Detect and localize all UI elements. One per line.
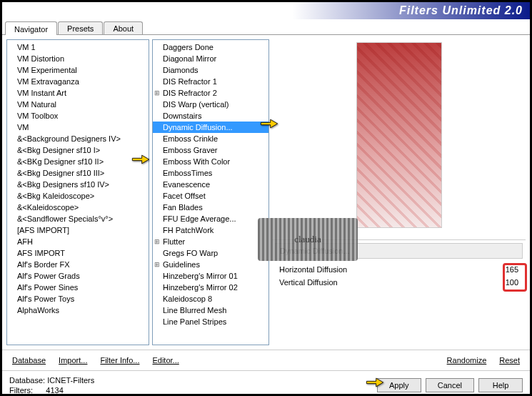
tab-navigator[interactable]: Navigator — [5, 21, 57, 35]
list-item[interactable]: Hinzeberg's Mirror 02 — [153, 282, 268, 293]
list-item[interactable]: &<Bkg Kaleidoscope> — [7, 190, 149, 202]
list-item[interactable]: AFS IMPORT — [7, 247, 149, 259]
list-item[interactable]: Line Blurred Mesh — [153, 305, 268, 316]
list-item[interactable]: &<Kaleidoscope> — [7, 202, 149, 213]
list-item[interactable]: Alf's Power Sines — [7, 282, 149, 293]
footer-info: Database: ICNET-Filters Filters: 4134 — [9, 375, 94, 395]
import-link[interactable]: Import... — [56, 355, 90, 366]
editor-link[interactable]: Editor... — [149, 355, 181, 366]
list-item[interactable]: Alf's Border FX — [7, 259, 149, 270]
list-item[interactable]: DIS Refractor 2 — [153, 87, 268, 99]
randomize-link[interactable]: Randomize — [444, 355, 490, 366]
app-title: Filters Unlimited 2.0 — [399, 4, 523, 17]
preview-column: claudia Dynamic Diffusion... Horizontal … — [272, 39, 526, 345]
list-item[interactable]: AlphaWorks — [7, 305, 149, 316]
list-item[interactable]: VM Toolbox — [7, 110, 149, 122]
footer: Database: ICNET-Filters Filters: 4134 Ap… — [2, 370, 530, 396]
list-item[interactable]: &<Background Designers IV> — [7, 133, 149, 144]
list-item[interactable]: Flutter — [153, 236, 268, 247]
list-item[interactable]: Gregs FO Warp — [153, 247, 268, 259]
list-item[interactable]: VM Experimental — [7, 64, 149, 76]
list-item[interactable]: [AFS IMPORT] — [7, 224, 149, 236]
param-label: Vertical Diffusion — [279, 278, 497, 287]
list-item[interactable]: AFH — [7, 236, 149, 247]
link-button-row: Database Import... Filter Info... Editor… — [2, 350, 530, 370]
watermark: claudia — [258, 218, 358, 261]
list-item[interactable]: Diamonds — [153, 64, 268, 76]
list-item[interactable]: Daggers Done — [153, 41, 268, 53]
list-item[interactable]: Kaleidoscop 8 — [153, 293, 268, 305]
preview-area: claudia — [272, 39, 526, 239]
list-item[interactable]: Emboss Crinkle — [153, 133, 268, 144]
filter-list[interactable]: Daggers DoneDiagonal MirrorDiamondsDIS R… — [152, 39, 269, 345]
db-label: Database: — [9, 376, 45, 385]
list-item[interactable]: DIS Warp (vertical) — [153, 99, 268, 110]
list-item[interactable]: Alf's Power Grads — [7, 270, 149, 282]
list-item[interactable]: EmbossTimes — [153, 167, 268, 179]
main-area: VM 1VM DistortionVM ExperimentalVM Extra… — [2, 35, 530, 350]
tab-strip: Navigator Presets About — [2, 19, 530, 35]
list-item[interactable]: Alf's Power Toys — [7, 293, 149, 305]
filter-info-link[interactable]: Filter Info... — [97, 355, 142, 366]
param-value: 100 — [497, 278, 518, 287]
list-item[interactable]: &<Bkg Designer sf10 I> — [7, 144, 149, 156]
list-item[interactable]: FFU Edge Average... — [153, 213, 268, 224]
category-list[interactable]: VM 1VM DistortionVM ExperimentalVM Extra… — [6, 39, 149, 345]
list-item[interactable]: FH PatchWork — [153, 224, 268, 236]
tab-presets[interactable]: Presets — [58, 21, 103, 34]
list-item[interactable]: VM Extravaganza — [7, 76, 149, 87]
apply-button[interactable]: Apply — [377, 378, 421, 392]
param-row-vertical[interactable]: Vertical Diffusion 100 — [275, 276, 523, 289]
list-item[interactable]: DIS Refractor 1 — [153, 76, 268, 87]
list-item[interactable]: VM Distortion — [7, 53, 149, 64]
filters-value: 4134 — [46, 386, 63, 395]
list-item[interactable]: VM Instant Art — [7, 87, 149, 99]
list-item[interactable]: Line Panel Stripes — [153, 316, 268, 327]
list-item[interactable]: &<BKg Designer sf10 II> — [7, 156, 149, 167]
list-item[interactable]: Hinzeberg's Mirror 01 — [153, 270, 268, 282]
list-item[interactable]: Facet Offset — [153, 190, 268, 202]
reset-link[interactable]: Reset — [496, 355, 523, 366]
list-item[interactable]: VM — [7, 122, 149, 133]
list-item[interactable]: &<Bkg Designers sf10 IV> — [7, 179, 149, 190]
param-row-horizontal[interactable]: Horizontal Diffusion 165 — [275, 263, 523, 276]
title-bar: Filters Unlimited 2.0 — [2, 2, 530, 19]
list-item[interactable]: &<Sandflower Specials°v°> — [7, 213, 149, 224]
list-item[interactable]: &<Bkg Designer sf10 III> — [7, 167, 149, 179]
list-item[interactable]: Guidelines — [153, 259, 268, 270]
preview-image — [356, 42, 442, 228]
list-item[interactable]: Downstairs — [153, 110, 268, 122]
list-item[interactable]: Emboss Graver — [153, 144, 268, 156]
tab-about[interactable]: About — [104, 21, 143, 34]
list-item[interactable]: Fan Blades — [153, 202, 268, 213]
category-column: VM 1VM DistortionVM ExperimentalVM Extra… — [6, 39, 149, 345]
list-item[interactable]: Emboss With Color — [153, 156, 268, 167]
list-item[interactable]: Diagonal Mirror — [153, 53, 268, 64]
cancel-button[interactable]: Cancel — [426, 378, 474, 392]
list-item[interactable]: Dynamic Diffusion... — [153, 122, 268, 133]
db-value: ICNET-Filters — [47, 376, 94, 385]
list-item[interactable]: Evanescence — [153, 179, 268, 190]
database-link[interactable]: Database — [9, 355, 49, 366]
help-button[interactable]: Help — [478, 378, 523, 392]
param-value: 165 — [497, 265, 518, 274]
list-item[interactable]: VM 1 — [7, 41, 149, 53]
filter-column: Daggers DoneDiagonal MirrorDiamondsDIS R… — [152, 39, 269, 345]
param-label: Horizontal Diffusion — [279, 265, 497, 274]
list-item[interactable]: VM Natural — [7, 99, 149, 110]
filters-label: Filters: — [9, 386, 33, 395]
